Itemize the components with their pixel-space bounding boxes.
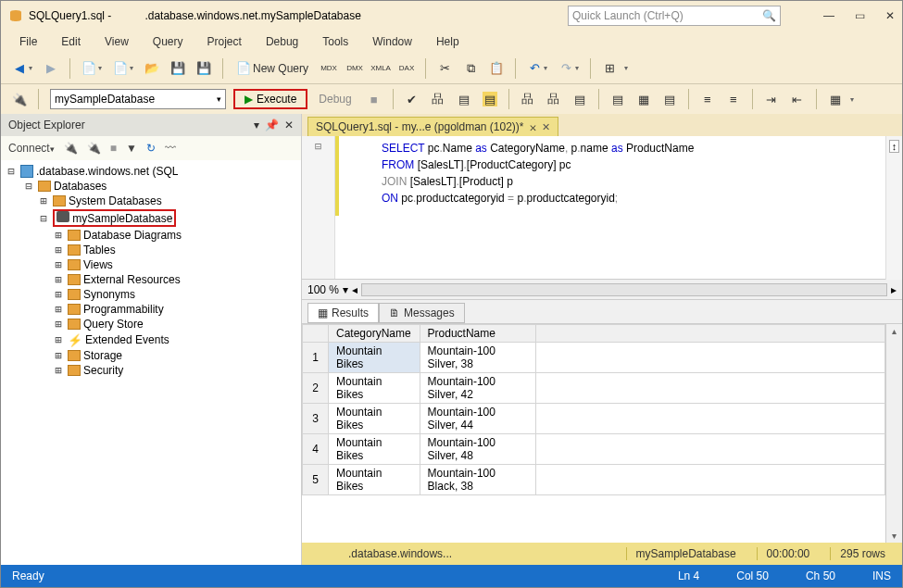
toolbar-overflow-icon[interactable]: ▾ — [624, 64, 628, 72]
panel-pin-icon[interactable]: 📌 — [265, 119, 279, 131]
mdx-button[interactable]: MDX — [318, 59, 340, 78]
scroll-right-icon[interactable]: ▸ — [891, 283, 897, 296]
filter-icon[interactable]: ▼ — [126, 142, 137, 155]
scroll-up-icon[interactable]: ▴ — [890, 324, 898, 338]
indent-button[interactable]: ⇥ — [760, 90, 783, 108]
parse-button[interactable]: ✔ — [401, 90, 423, 108]
close-tab-icon[interactable]: ✕ — [542, 121, 550, 133]
menu-view[interactable]: View — [94, 33, 140, 50]
panel-dropdown-icon[interactable]: ▾ — [254, 119, 259, 131]
menu-query[interactable]: Query — [142, 33, 194, 50]
sql-editor[interactable]: ⊟ SELECT pc.Name as CategoryName, p.name… — [302, 136, 885, 280]
comment-button[interactable]: ≡ — [696, 90, 719, 108]
nav-fwd-button[interactable]: ▶ — [40, 59, 62, 78]
scroll-left-icon[interactable]: ◂ — [352, 283, 357, 296]
tab-sqlquery1[interactable]: SQLQuery1.sql - my...e (pgoldman (102))*… — [307, 117, 558, 136]
refresh-icon[interactable]: ↻ — [146, 142, 156, 155]
tree-synonyms[interactable]: ⊞Synonyms — [5, 287, 301, 302]
debug-button[interactable]: Debug — [311, 91, 358, 107]
paste-button[interactable]: 📋 — [485, 59, 508, 78]
menu-tools[interactable]: Tools — [311, 33, 359, 50]
disconnect-icon[interactable]: 🔌 — [64, 142, 78, 155]
copy-button[interactable]: ⧉ — [459, 59, 482, 78]
menu-file[interactable]: File — [8, 33, 48, 50]
live-stats-button[interactable]: 品 — [543, 90, 565, 108]
stop-button[interactable]: ■ — [363, 90, 385, 108]
open-button[interactable]: 📂 — [141, 59, 163, 78]
disconnect-all-icon[interactable]: 🔌 — [87, 142, 101, 155]
outdent-button[interactable]: ⇤ — [786, 90, 809, 108]
execute-button[interactable]: ▶ Execute — [233, 89, 307, 109]
minimize-button[interactable]: — — [823, 9, 834, 22]
cut-button[interactable]: ✂ — [433, 59, 456, 78]
menu-project[interactable]: Project — [196, 33, 253, 50]
new-query-button[interactable]: 📄New Query — [231, 59, 314, 78]
table-row[interactable]: 3Mountain BikesMountain-100 Silver, 44 — [303, 404, 885, 434]
zoom-value[interactable]: 100 % — [307, 283, 339, 296]
undo-button[interactable]: ↶▾ — [523, 59, 551, 78]
activity-monitor-button[interactable]: ⊞ — [598, 59, 621, 78]
save-button[interactable]: 💾 — [167, 59, 189, 78]
menu-window[interactable]: Window — [361, 33, 423, 50]
tab-results[interactable]: ▦Results — [307, 303, 379, 323]
nav-back-button[interactable]: ◀▾ — [8, 59, 36, 78]
col-rownum[interactable] — [303, 325, 329, 343]
dax-button[interactable]: DAX — [395, 59, 418, 78]
save-all-button[interactable]: 💾 — [193, 59, 215, 78]
menu-debug[interactable]: Debug — [255, 33, 309, 50]
tree-programmability[interactable]: ⊞Programmability — [5, 302, 301, 317]
scroll-down-icon[interactable]: ▾ — [890, 529, 898, 543]
tree-views[interactable]: ⊞Views — [5, 257, 301, 272]
estimated-plan-button[interactable]: 品 — [427, 90, 449, 108]
tree-tables[interactable]: ⊞Tables — [5, 243, 301, 257]
tree-my-sample-database[interactable]: ⊟ mySampleDatabase — [5, 208, 301, 228]
activity-icon[interactable]: 〰 — [165, 142, 176, 155]
tree-system-databases[interactable]: ⊞System Databases — [5, 194, 301, 208]
tree-databases[interactable]: ⊟Databases — [5, 179, 301, 194]
tree-external-resources[interactable]: ⊞External Resources — [5, 272, 301, 287]
pin-icon[interactable]: ⨉ — [530, 120, 536, 133]
split-icon[interactable]: ↕ — [889, 140, 900, 153]
xmla-button[interactable]: XMLA — [370, 59, 392, 78]
redo-button[interactable]: ↷▾ — [555, 59, 583, 78]
quick-launch-input[interactable]: Quick Launch (Ctrl+Q) 🔍 — [568, 6, 781, 26]
results-grid-button[interactable]: ▦ — [633, 90, 655, 108]
tree-database-diagrams[interactable]: ⊞Database Diagrams — [5, 228, 301, 243]
new-project-button[interactable]: 📄▾ — [78, 59, 106, 78]
new-file-button[interactable]: 📄▾ — [109, 59, 137, 78]
table-row[interactable]: 5Mountain BikesMountain-100 Black, 38 — [303, 465, 885, 495]
table-row[interactable]: 1Mountain BikesMountain-100 Silver, 38 — [303, 343, 885, 373]
dmx-button[interactable]: DMX — [344, 59, 366, 78]
menu-help[interactable]: Help — [425, 33, 470, 50]
client-stats-button[interactable]: ▤ — [569, 90, 591, 108]
tree-security[interactable]: ⊞Security — [5, 363, 301, 378]
tab-messages[interactable]: 🗎Messages — [379, 303, 465, 323]
results-vertical-scrollbar[interactable]: ▴ ▾ — [885, 324, 902, 543]
tree-extended-events[interactable]: ⊞⚡Extended Events — [5, 332, 301, 348]
col-categoryname[interactable]: CategoryName — [329, 325, 420, 343]
toolbar2-overflow-icon[interactable]: ▾ — [850, 95, 854, 104]
change-connection-button[interactable]: 🔌 — [8, 90, 31, 108]
connect-button[interactable]: Connect▾ — [8, 142, 55, 155]
zoom-dropdown-icon[interactable]: ▾ — [343, 283, 348, 296]
col-productname[interactable]: ProductName — [420, 325, 535, 343]
results-grid[interactable]: CategoryName ProductName 1Mountain Bikes… — [302, 324, 885, 543]
menu-edit[interactable]: Edit — [50, 33, 92, 50]
intellisense-button[interactable]: ▤ — [479, 90, 501, 108]
uncomment-button[interactable]: ≡ — [722, 90, 745, 108]
horizontal-scrollbar[interactable] — [361, 283, 887, 296]
results-file-button[interactable]: ▤ — [658, 90, 681, 108]
maximize-button[interactable]: ▭ — [855, 9, 865, 22]
specify-values-button[interactable]: ▦ — [824, 90, 847, 108]
table-row[interactable]: 4Mountain BikesMountain-100 Silver, 48 — [303, 434, 885, 465]
close-button[interactable]: ✕ — [885, 9, 895, 22]
tree-query-store[interactable]: ⊞Query Store — [5, 317, 301, 332]
query-options-button[interactable]: ▤ — [453, 90, 475, 108]
results-text-button[interactable]: ▤ — [607, 90, 629, 108]
table-row[interactable]: 2Mountain BikesMountain-100 Silver, 42 — [303, 373, 885, 404]
database-combo[interactable]: mySampleDatabase ▾ — [50, 89, 226, 109]
panel-close-icon[interactable]: ✕ — [284, 119, 294, 131]
tree-storage[interactable]: ⊞Storage — [5, 348, 301, 363]
tree-server[interactable]: ⊟.database.windows.net (SQL — [5, 164, 301, 179]
actual-plan-button[interactable]: 品 — [517, 90, 539, 108]
